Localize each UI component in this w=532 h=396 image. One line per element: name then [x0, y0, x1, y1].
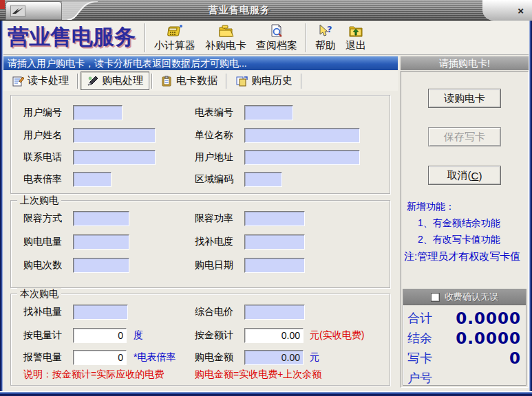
toolbar-button-calculator[interactable]: 小计算器 [149, 22, 200, 52]
toolbar-button-view-archive[interactable]: 查阅档案 [251, 22, 302, 52]
purchase-date-input[interactable] [244, 258, 305, 273]
field-label: 用户姓名 [23, 129, 62, 142]
group-title: 上次购电 [17, 195, 61, 207]
calculator-icon [166, 23, 184, 38]
cancel-label: ) [478, 170, 482, 182]
field-label: 找补电度 [195, 236, 233, 248]
exit-folder-icon [347, 23, 365, 38]
field-label: 购电金额 [195, 351, 233, 364]
tab-read-card[interactable]: 读卡处理 [6, 72, 75, 90]
window-border-left [0, 21, 3, 396]
fee-confirm-label: 收费确认无误 [445, 291, 498, 303]
toolbar-separator [145, 23, 146, 52]
adjust-energy-input[interactable] [73, 305, 128, 320]
purchase-money-display [244, 350, 304, 365]
last-energy-input[interactable] [73, 234, 129, 250]
field-label: 电表编号 [195, 107, 233, 119]
fee-confirm-bar: 收费确认无误 [403, 289, 526, 305]
window-border-bottom [0, 391, 532, 396]
org-name-input[interactable] [244, 128, 360, 143]
address-input[interactable] [244, 150, 360, 165]
toolbar-button-label: 补购电卡 [205, 39, 246, 51]
hint-right: 购电金额=实收电费+上次余额 [195, 368, 321, 381]
tab-purchase-history[interactable]: 购电历史 [229, 72, 299, 90]
summary-label: 写卡 [407, 350, 432, 366]
toolbar: 营业售电服务 小计算器 补购电卡 [3, 21, 529, 55]
user-code-input[interactable] [73, 105, 123, 120]
tab-card-data[interactable]: 电卡数据 [155, 72, 224, 90]
titlebar-right: × [482, 0, 532, 21]
purchase-count-input[interactable] [73, 258, 129, 273]
history-pages-icon [235, 76, 248, 87]
toolbar-button-label: 查阅档案 [256, 39, 297, 51]
clipboard-icon [161, 76, 173, 87]
summary-label: 户号 [407, 370, 432, 386]
user-name-input[interactable] [73, 128, 156, 143]
title-bar[interactable]: 营业售电服务 × [0, 0, 532, 21]
alarm-energy-input[interactable] [73, 350, 127, 365]
field-label: 限容功率 [195, 212, 233, 225]
corner-accent [0, 0, 5, 9]
tab-strip: 读卡处理 购电处理 电卡数据 [3, 71, 398, 91]
titlebar-curve [62, 1, 98, 20]
field-label: 限容方式 [23, 212, 62, 225]
cancel-hotkey: C [471, 170, 479, 182]
last-purchase-group: 上次购电 限容方式 限容功率 购电电量 找补电度 购电次数 购电日期 [10, 200, 390, 288]
summary-row: 结余 0.0000 [407, 328, 521, 348]
field-label: 按电量计 [23, 329, 62, 342]
svg-text:?: ? [327, 24, 332, 34]
fee-confirm-checkbox[interactable] [431, 293, 440, 302]
document-search-icon [268, 23, 286, 38]
tab-label: 购电处理 [102, 74, 143, 87]
field-label: 找补电量 [23, 306, 62, 318]
adjust-degree-input[interactable] [244, 234, 305, 250]
summary-label: 结余 [407, 330, 432, 346]
close-button[interactable]: × [518, 6, 524, 16]
unit-price-input[interactable] [244, 305, 305, 320]
tab-purchase[interactable]: 购电处理 [81, 72, 149, 90]
summary-box: 收费确认无误 合计 0.0000 结余 0.0000 写卡 0 户号 [403, 289, 526, 386]
region-code-input[interactable] [244, 172, 282, 187]
page-title: 营业售电服务 [3, 23, 141, 53]
unit-label: 度 [134, 329, 143, 342]
tab-label: 电卡数据 [176, 74, 217, 87]
feature-item: 2、有改写卡值功能 [418, 234, 500, 246]
save-write-card-button: 保存写卡 [428, 127, 501, 146]
limit-mode-input[interactable] [73, 211, 129, 226]
purchase-form: 用户编号 电表编号 用户姓名 单位名称 联系电话 用户地址 电表倍率 区域编码 [3, 91, 398, 388]
field-label: 购电日期 [195, 259, 233, 272]
hint-left: 说明：按金额计=实际应收的电费 [23, 368, 164, 381]
status-message: 请插入用户购电卡，读卡分析电表返回数据后才可购电... [3, 56, 398, 70]
logo-icon [10, 6, 25, 16]
meter-ratio-input[interactable] [73, 172, 111, 187]
help-cursor-icon: ? [317, 23, 334, 38]
toolbar-button-label: 退出 [345, 39, 366, 51]
unit-label: 元 [310, 351, 319, 364]
energy-amount-input[interactable] [73, 328, 127, 343]
toolbar-button-label: 帮助 [315, 39, 336, 51]
tab-separator [151, 74, 153, 89]
field-label: 区域编码 [195, 173, 233, 186]
field-label: 用户编号 [23, 107, 62, 119]
toolbar-button-help[interactable]: ? 帮助 [310, 22, 341, 52]
toolbar-button-repurchase-card[interactable]: 补购电卡 [200, 22, 251, 52]
toolbar-button-exit[interactable]: 退出 [341, 22, 371, 52]
field-label: 购电次数 [23, 259, 62, 272]
summary-row: 写卡 0 [407, 348, 521, 368]
cancel-button[interactable]: 取消(C) [428, 166, 501, 185]
meter-no-input[interactable] [244, 105, 293, 120]
limit-power-input[interactable] [244, 211, 305, 226]
field-label: 报警电量 [23, 351, 62, 364]
toolbar-button-label: 小计算器 [154, 39, 195, 51]
unit-label: 元(实收电费) [310, 329, 364, 342]
window-border-right [529, 21, 532, 396]
read-card-button[interactable]: 读购电卡 [428, 89, 501, 108]
tab-separator [301, 74, 302, 89]
money-amount-input[interactable] [244, 328, 304, 343]
summary-row: 合计 0.0000 [407, 308, 521, 328]
phone-input[interactable] [73, 150, 156, 165]
cancel-label: 取消( [447, 169, 471, 182]
feature-item: 1、有金额结余功能 [418, 217, 500, 230]
app-logo [6, 1, 62, 20]
summary-value: 0 [509, 349, 521, 367]
